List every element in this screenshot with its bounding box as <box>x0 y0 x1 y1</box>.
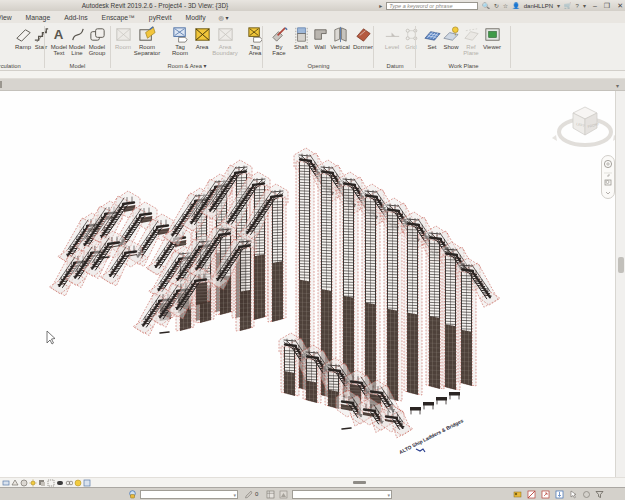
vertical-scrollbar[interactable] <box>615 91 625 477</box>
filter-icon[interactable] <box>595 490 604 500</box>
minimize-button[interactable]: – <box>593 2 597 9</box>
worksharing-icon[interactable] <box>128 490 137 500</box>
edit-count: 0 <box>255 491 258 497</box>
design-options-icon[interactable] <box>266 490 275 500</box>
view-control-bar[interactable] <box>2 479 91 487</box>
ribbon-group-label: Model <box>45 63 110 69</box>
snap-icon[interactable] <box>582 490 591 500</box>
exclude-options-icon[interactable] <box>527 490 536 500</box>
ribbon-tab-bar: ViewManageAdd-InsEnscape™pyRevitModify◎ … <box>0 11 625 23</box>
ribbon: RampStairCirculationAModelTextModelLineM… <box>0 23 625 71</box>
search-expand-icon[interactable]: ▸ <box>379 2 382 9</box>
stair-unit[interactable] <box>456 258 500 386</box>
bridge-unit[interactable] <box>410 402 434 414</box>
ribbon-button-room-separator[interactable]: RoomSeparator <box>132 25 162 57</box>
ribbon-group-divider <box>510 26 511 68</box>
username[interactable]: danHLLPN <box>524 3 553 9</box>
ribbon-group-label: Datum <box>375 63 415 69</box>
ribbon-button-viewer[interactable]: Viewer <box>477 25 507 50</box>
view-control-icon-5[interactable] <box>47 479 55 487</box>
user-icon[interactable]: 👤 <box>512 2 520 9</box>
exchange-apps-icon[interactable]: 🛒 <box>564 2 572 9</box>
view-tab-caret-icon[interactable]: ▾ <box>616 82 619 89</box>
window-title: Autodesk Revit 2019.2.6 - Project4 - 3D … <box>75 2 235 9</box>
view-control-icon-3[interactable] <box>29 479 37 487</box>
hscroll-handle[interactable] <box>353 481 366 484</box>
ribbon-group-divider <box>415 26 416 68</box>
bridge-unit[interactable] <box>436 392 460 404</box>
view-control-icon-0[interactable] <box>2 479 10 487</box>
view-control-icon-7[interactable] <box>65 479 73 487</box>
ribbon-button-area-boundary: AreaBoundary <box>210 25 240 57</box>
ribbon-tab-modify[interactable]: Modify <box>179 14 213 21</box>
ribbon-group-divider <box>373 26 374 68</box>
title-bar: Autodesk Revit 2019.2.6 - Project4 - 3D … <box>0 0 625 11</box>
ribbon-group-label: Work Plane <box>417 63 510 69</box>
3d-model-view[interactable]: ALTO Ship Ladders & Bridges LEFT FRONT <box>0 91 615 477</box>
select-pinned-icon[interactable] <box>555 490 564 500</box>
ribbon-tab-view[interactable]: View <box>0 14 19 21</box>
view-control-icon-6[interactable] <box>56 479 64 487</box>
ribbon-group-label: Opening <box>264 63 373 69</box>
view-control-icon-8[interactable] <box>74 479 82 487</box>
ribbon-group-label: Circulation <box>0 63 44 69</box>
view-control-icon-1[interactable] <box>11 479 19 487</box>
drawing-area[interactable]: ALTO Ship Ladders & Bridges LEFT FRONT <box>0 91 615 477</box>
view-tab-bar: ▾ <box>0 79 625 91</box>
mouse-cursor <box>47 331 55 344</box>
design-option-select[interactable]: ▾ <box>292 490 392 499</box>
close-button[interactable]: ✕ <box>617 2 623 10</box>
ribbon-group-divider <box>262 26 263 68</box>
ribbon-tab-enscape[interactable]: Enscape™ <box>95 14 142 21</box>
help-icon[interactable]: ? <box>576 3 579 9</box>
ribbon-group-label: Room & Area ▾ <box>112 63 262 69</box>
worksets-status-icon[interactable] <box>513 490 522 500</box>
press-drag-icon[interactable] <box>541 490 550 500</box>
view-cube[interactable]: LEFT FRONT <box>552 107 615 145</box>
user-caret-icon[interactable]: ▾ <box>557 2 560 9</box>
search-icon[interactable]: 🔍 <box>482 2 490 9</box>
modify-select-icon[interactable]: ◎ ▾ <box>219 14 229 21</box>
restore-button[interactable]: ❐ <box>604 2 610 10</box>
editable-only-icon[interactable] <box>244 490 253 500</box>
options-bar <box>0 71 625 79</box>
sign-in-icon[interactable]: ↻ <box>494 2 499 9</box>
view-control-icon-2[interactable] <box>20 479 28 487</box>
ribbon-tab-manage[interactable]: Manage <box>19 14 58 21</box>
view-tab-edge <box>0 81 2 88</box>
active-workset-select[interactable]: ▾ <box>140 490 238 499</box>
status-bar: ▾ 0 ▾ <box>0 487 625 500</box>
navigation-bar[interactable] <box>601 155 615 199</box>
select-elements-icon[interactable] <box>569 490 578 500</box>
favorites-icon[interactable]: ☆ <box>503 2 508 9</box>
stair-unit[interactable] <box>380 405 413 438</box>
main-model-icon[interactable] <box>279 490 288 500</box>
view-control-icon-4[interactable] <box>38 479 46 487</box>
ribbon-tab-pyrevit[interactable]: pyRevit <box>142 14 179 21</box>
help-caret-icon[interactable]: ▾ <box>583 2 586 9</box>
search-input[interactable]: Type a keyword or phrase <box>386 2 478 10</box>
horizontal-scrollbar[interactable] <box>0 477 625 487</box>
ribbon-tab-addins[interactable]: Add-Ins <box>57 14 94 21</box>
view-control-icon-9[interactable] <box>83 479 91 487</box>
